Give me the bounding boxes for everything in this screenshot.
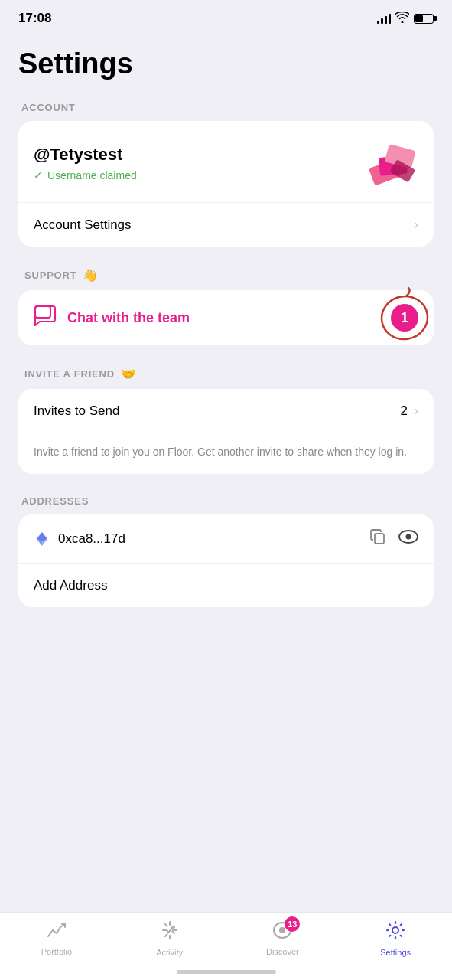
chat-label: Chat with the team [67, 310, 190, 326]
account-illustration [357, 136, 418, 190]
account-username: @Tetystest [34, 145, 137, 165]
invite-card: Invites to Send 2 › Invite a friend to j… [18, 389, 434, 474]
invite-row[interactable]: Invites to Send 2 › [18, 389, 434, 433]
chat-icon [34, 305, 57, 332]
address-actions [369, 528, 418, 550]
svg-point-14 [392, 927, 398, 933]
checkmark-icon: ✓ [34, 169, 43, 181]
invite-description: Invite a friend to join you on Floor. Ge… [18, 433, 434, 474]
settings-icon [385, 920, 405, 945]
signal-bars-icon [377, 13, 391, 24]
bottom-nav: Portfolio Activity 13 Discover [0, 912, 452, 980]
invite-count: 2 [401, 403, 408, 419]
invite-label: Invites to Send [34, 403, 119, 419]
addresses-card: 0xca8...17d Add Address [18, 514, 434, 607]
support-section-label: SUPPORT [21, 270, 76, 281]
page-title: Settings [18, 47, 434, 80]
discover-icon: 13 [272, 921, 292, 944]
status-time: 17:08 [18, 11, 51, 26]
main-content: Settings ACCOUNT @Tetystest ✓ Username c… [0, 32, 452, 705]
status-bar: 17:08 [0, 0, 452, 32]
account-info: @Tetystest ✓ Username claimed [34, 145, 137, 181]
discover-badge: 13 [285, 916, 300, 932]
address-row: 0xca8...17d [18, 514, 434, 564]
support-emoji: 👋 [83, 268, 98, 283]
account-status: ✓ Username claimed [34, 169, 137, 181]
invite-section-label: INVITE A FRIEND [21, 368, 115, 380]
invite-chevron-icon: › [414, 403, 418, 419]
support-section: SUPPORT 👋 Chat with the team 1 [18, 268, 434, 345]
nav-label-settings: Settings [380, 948, 411, 957]
account-card: @Tetystest ✓ Username claimed [18, 121, 434, 247]
svg-rect-9 [375, 534, 384, 544]
invite-emoji: 🤝 [121, 367, 136, 381]
account-settings-label: Account Settings [34, 217, 132, 233]
badge-container: 1 [391, 304, 418, 332]
nav-item-discover[interactable]: 13 Discover [226, 921, 340, 956]
eth-icon [34, 531, 50, 547]
nav-item-portfolio[interactable]: Portfolio [0, 921, 113, 956]
add-address-label: Add Address [34, 578, 107, 593]
portfolio-icon [47, 921, 67, 944]
address-left: 0xca8...17d [34, 531, 125, 547]
nav-item-settings[interactable]: Settings [339, 920, 452, 957]
chat-card[interactable]: Chat with the team 1 [18, 290, 434, 345]
account-settings-row[interactable]: Account Settings › [18, 203, 434, 247]
nav-label-portfolio: Portfolio [41, 947, 72, 956]
activity-icon [161, 920, 178, 945]
svg-point-11 [406, 534, 411, 540]
flying-cards-svg [357, 136, 422, 194]
support-label-row: SUPPORT 👋 [18, 268, 434, 283]
chat-left: Chat with the team [34, 305, 190, 332]
invite-label-row: INVITE A FRIEND 🤝 [18, 367, 434, 381]
nav-label-discover: Discover [266, 947, 299, 956]
eye-icon[interactable] [398, 528, 418, 550]
nav-label-activity: Activity [156, 948, 183, 957]
status-icons [377, 12, 434, 25]
battery-icon [414, 14, 434, 24]
chevron-icon: › [414, 217, 418, 233]
chat-badge: 1 [391, 304, 418, 332]
wifi-icon [395, 12, 409, 25]
account-top: @Tetystest ✓ Username claimed [18, 121, 434, 203]
add-address-row[interactable]: Add Address [18, 564, 434, 607]
account-section-label: ACCOUNT [18, 102, 434, 113]
invite-count-wrap: 2 › [401, 403, 418, 419]
nav-item-activity[interactable]: Activity [113, 920, 226, 957]
svg-point-13 [279, 927, 285, 933]
copy-icon[interactable] [369, 528, 386, 550]
addresses-section-label: ADDRESSES [18, 495, 434, 507]
address-text: 0xca8...17d [58, 531, 125, 547]
account-status-text: Username claimed [47, 169, 137, 181]
